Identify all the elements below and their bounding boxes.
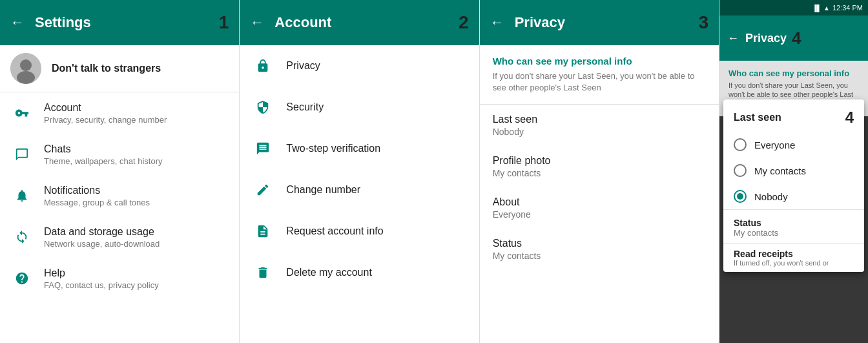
chat-icon	[10, 143, 34, 166]
privacy-panel: ← Privacy 3 Who can see my personal info…	[480, 0, 719, 343]
refresh-icon	[10, 225, 34, 249]
dialog-back-button[interactable]: ←	[727, 32, 739, 45]
status-label: Status	[493, 238, 706, 249]
dialog-number: 4	[845, 109, 854, 127]
option-nobody[interactable]: Nobody	[723, 183, 864, 209]
settings-item-data[interactable]: Data and storage usage Network usage, au…	[0, 216, 239, 258]
help-title: Help	[44, 267, 159, 279]
dialog-box-title: Last seen 4	[723, 99, 864, 132]
help-icon	[10, 267, 34, 290]
dialog-header: ← Privacy 4	[719, 16, 868, 61]
about-value: Everyone	[493, 209, 706, 220]
privacy-item-about[interactable]: About Everyone	[480, 187, 719, 229]
bg-privacy-title: Who can see my personal info	[728, 68, 859, 78]
data-title: Data and storage usage	[44, 226, 160, 238]
account-list: Privacy Security Two-step verification	[240, 45, 479, 343]
battery-icon: ▐▌	[812, 5, 822, 12]
account-item-two-step[interactable]: Two-step verification	[240, 128, 479, 169]
account-header: ← Account 2	[240, 0, 479, 45]
shield-icon	[253, 97, 273, 118]
about-label: About	[493, 196, 706, 208]
data-text: Data and storage usage Network usage, au…	[44, 226, 160, 249]
radio-my-contacts	[734, 164, 747, 177]
account-panel: ← Account 2 Privacy Security	[240, 0, 479, 343]
settings-number: 1	[219, 12, 229, 33]
privacy-header: ← Privacy 3	[480, 0, 719, 45]
option-my-contacts[interactable]: My contacts	[723, 158, 864, 183]
account-subtitle: Privacy, security, change number	[44, 115, 167, 125]
option-everyone-label: Everyone	[754, 140, 795, 151]
profile-row[interactable]: Don't talk to strangers	[0, 45, 239, 92]
doc-icon	[253, 221, 273, 242]
settings-item-notifications[interactable]: Notifications Message, group & call tone…	[0, 175, 239, 216]
avatar	[10, 53, 41, 84]
lock-icon	[253, 56, 273, 76]
settings-item-chats[interactable]: Chats Theme, wallpapers, chat history	[0, 134, 239, 175]
request-info-label: Request account info	[286, 225, 383, 237]
privacy-label: Privacy	[286, 60, 320, 72]
notifications-subtitle: Message, group & call tones	[44, 198, 150, 207]
profile-name: Don't talk to strangers	[52, 63, 161, 74]
privacy-title-header: Privacy	[515, 14, 694, 31]
account-item-request-info[interactable]: Request account info	[240, 211, 479, 252]
settings-title: Settings	[35, 14, 214, 31]
status-bar: ▐▌ ▲ 12:34 PM	[719, 0, 868, 16]
privacy-item-status[interactable]: Status My contacts	[480, 229, 719, 270]
dialog-title-text: Last seen	[734, 112, 781, 123]
svg-point-2	[17, 71, 35, 84]
profile-photo-value: My contacts	[493, 168, 706, 178]
bell-icon	[10, 184, 34, 207]
dialog-panel: ▐▌ ▲ 12:34 PM ← Privacy 4 Who can see my…	[719, 0, 868, 343]
dialog-read-section: Read receipts If turned off, you won't s…	[723, 243, 864, 272]
account-item-security[interactable]: Security	[240, 87, 479, 128]
account-title-header: Account	[274, 14, 453, 31]
radio-everyone	[734, 138, 747, 151]
security-label: Security	[286, 101, 324, 113]
account-item-delete[interactable]: Delete my account	[240, 252, 479, 293]
signal-icon: ▲	[823, 5, 830, 12]
svg-point-1	[20, 59, 32, 71]
settings-panel: ← Settings 1 Don't talk to strangers Acc…	[0, 0, 240, 343]
settings-header: ← Settings 1	[0, 0, 239, 45]
privacy-item-profile-photo[interactable]: Profile photo My contacts	[480, 146, 719, 187]
settings-list: Account Privacy, security, change number…	[0, 92, 239, 343]
privacy-item-last-seen[interactable]: Last seen Nobody	[480, 105, 719, 146]
status-value: My contacts	[493, 251, 706, 261]
trash-icon	[253, 262, 273, 283]
profile-text: Don't talk to strangers	[52, 63, 161, 74]
dots-icon	[253, 138, 273, 159]
notifications-text: Notifications Message, group & call tone…	[44, 185, 150, 207]
change-number-label: Change number	[286, 184, 360, 196]
privacy-info-box: Who can see my personal info If you don'…	[480, 45, 719, 105]
option-nobody-label: Nobody	[754, 191, 788, 202]
profile-photo-label: Profile photo	[493, 155, 706, 167]
account-text: Account Privacy, security, change number	[44, 102, 167, 125]
settings-item-account[interactable]: Account Privacy, security, change number	[0, 92, 239, 134]
privacy-info-title: Who can see my personal info	[493, 56, 706, 67]
dialog-read-text: If turned off, you won't send or	[734, 259, 854, 267]
dialog-header-title: Privacy	[745, 32, 787, 45]
time-display: 12:34 PM	[832, 4, 863, 12]
chats-title: Chats	[44, 143, 163, 155]
dialog-read-title: Read receipts	[734, 249, 854, 259]
chats-subtitle: Theme, wallpapers, chat history	[44, 156, 163, 166]
option-everyone[interactable]: Everyone	[723, 132, 864, 158]
dialog-bg-content: Who can see my personal info If you don'…	[719, 61, 868, 343]
account-item-change-number[interactable]: Change number	[240, 169, 479, 211]
data-subtitle: Network usage, auto-download	[44, 239, 160, 249]
two-step-label: Two-step verification	[286, 143, 380, 154]
last-seen-label: Last seen	[493, 114, 706, 125]
chats-text: Chats Theme, wallpapers, chat history	[44, 143, 163, 166]
account-back-button[interactable]: ←	[250, 14, 264, 31]
delete-label: Delete my account	[286, 267, 372, 278]
account-item-privacy[interactable]: Privacy	[240, 45, 479, 87]
key-icon	[10, 101, 34, 125]
settings-back-button[interactable]: ←	[10, 14, 25, 31]
privacy-back-button[interactable]: ←	[490, 14, 504, 31]
last-seen-value: Nobody	[493, 127, 706, 137]
privacy-info-text: If you don't share your Last Seen, you w…	[493, 70, 706, 94]
help-subtitle: FAQ, contact us, privacy policy	[44, 280, 159, 290]
settings-item-help[interactable]: Help FAQ, contact us, privacy policy	[0, 258, 239, 299]
doc-edit-icon	[253, 180, 273, 200]
dialog-header-number: 4	[792, 28, 801, 48]
